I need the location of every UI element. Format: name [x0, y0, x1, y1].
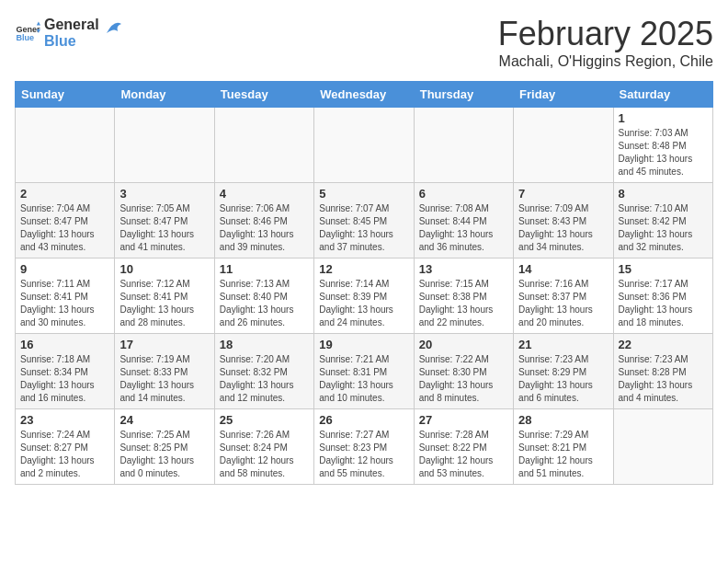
calendar-cell: 11Sunrise: 7:13 AM Sunset: 8:40 PM Dayli… — [214, 259, 313, 334]
day-number: 11 — [220, 262, 309, 276]
calendar-cell: 23Sunrise: 7:24 AM Sunset: 8:27 PM Dayli… — [16, 409, 115, 485]
day-number: 22 — [619, 338, 708, 351]
calendar-cell: 25Sunrise: 7:26 AM Sunset: 8:24 PM Dayli… — [214, 409, 313, 485]
logo-icon: General Blue — [15, 20, 40, 46]
day-info: Sunrise: 7:13 AM Sunset: 8:40 PM Dayligh… — [220, 278, 309, 329]
calendar-subtitle: Machali, O'Higgins Region, Chile — [498, 53, 713, 70]
day-number: 1 — [619, 111, 708, 125]
calendar-cell — [214, 108, 313, 183]
calendar-cell: 6Sunrise: 7:08 AM Sunset: 8:44 PM Daylig… — [414, 183, 513, 259]
day-info: Sunrise: 7:18 AM Sunset: 8:34 PM Dayligh… — [20, 353, 109, 405]
logo-bird-icon — [105, 15, 123, 42]
day-info: Sunrise: 7:27 AM Sunset: 8:23 PM Dayligh… — [319, 429, 408, 480]
calendar-cell — [514, 108, 613, 183]
day-number: 9 — [20, 262, 109, 276]
day-info: Sunrise: 7:20 AM Sunset: 8:32 PM Dayligh… — [220, 353, 309, 405]
day-info: Sunrise: 7:22 AM Sunset: 8:30 PM Dayligh… — [419, 353, 508, 405]
day-info: Sunrise: 7:25 AM Sunset: 8:25 PM Dayligh… — [119, 429, 209, 480]
calendar-cell: 7Sunrise: 7:09 AM Sunset: 8:43 PM Daylig… — [514, 183, 613, 259]
day-number: 16 — [20, 338, 109, 351]
calendar-cell: 20Sunrise: 7:22 AM Sunset: 8:30 PM Dayli… — [414, 334, 513, 409]
day-info: Sunrise: 7:06 AM Sunset: 8:46 PM Dayligh… — [220, 202, 309, 254]
calendar-cell: 24Sunrise: 7:25 AM Sunset: 8:25 PM Dayli… — [115, 409, 214, 485]
day-info: Sunrise: 7:12 AM Sunset: 8:41 PM Dayligh… — [119, 278, 209, 329]
calendar-cell: 17Sunrise: 7:19 AM Sunset: 8:33 PM Dayli… — [115, 334, 214, 409]
weekday-header-tuesday: Tuesday — [214, 82, 313, 108]
day-number: 24 — [119, 413, 209, 427]
calendar-table: SundayMondayTuesdayWednesdayThursdayFrid… — [15, 81, 713, 485]
weekday-header-friday: Friday — [514, 82, 613, 108]
day-info: Sunrise: 7:17 AM Sunset: 8:36 PM Dayligh… — [619, 278, 708, 329]
svg-text:General: General — [16, 25, 40, 34]
calendar-cell — [613, 409, 712, 485]
day-number: 7 — [518, 187, 608, 201]
day-number: 25 — [220, 413, 309, 427]
calendar-cell: 13Sunrise: 7:15 AM Sunset: 8:38 PM Dayli… — [414, 259, 513, 334]
calendar-cell: 5Sunrise: 7:07 AM Sunset: 8:45 PM Daylig… — [314, 183, 414, 259]
logo-blue: Blue — [44, 33, 76, 49]
day-info: Sunrise: 7:26 AM Sunset: 8:24 PM Dayligh… — [220, 429, 309, 480]
calendar-cell: 4Sunrise: 7:06 AM Sunset: 8:46 PM Daylig… — [214, 183, 313, 259]
calendar-cell: 10Sunrise: 7:12 AM Sunset: 8:41 PM Dayli… — [115, 259, 214, 334]
calendar-cell: 28Sunrise: 7:29 AM Sunset: 8:21 PM Dayli… — [514, 409, 613, 485]
day-number: 17 — [119, 338, 209, 351]
logo: General Blue General Blue — [15, 15, 123, 52]
calendar-cell: 2Sunrise: 7:04 AM Sunset: 8:47 PM Daylig… — [16, 183, 115, 259]
day-number: 6 — [419, 187, 508, 201]
day-number: 10 — [119, 262, 209, 276]
day-info: Sunrise: 7:09 AM Sunset: 8:43 PM Dayligh… — [518, 202, 608, 254]
calendar-cell — [414, 108, 513, 183]
calendar-cell: 14Sunrise: 7:16 AM Sunset: 8:37 PM Dayli… — [514, 259, 613, 334]
day-number: 26 — [319, 413, 408, 427]
day-number: 13 — [419, 262, 508, 276]
calendar-cell: 3Sunrise: 7:05 AM Sunset: 8:47 PM Daylig… — [115, 183, 214, 259]
day-number: 20 — [419, 338, 508, 351]
weekday-header-wednesday: Wednesday — [314, 82, 414, 108]
day-number: 21 — [518, 338, 608, 351]
weekday-header-thursday: Thursday — [414, 82, 513, 108]
day-number: 5 — [319, 187, 408, 201]
day-info: Sunrise: 7:14 AM Sunset: 8:39 PM Dayligh… — [319, 278, 408, 329]
week-row-3: 9Sunrise: 7:11 AM Sunset: 8:41 PM Daylig… — [16, 259, 713, 334]
day-info: Sunrise: 7:24 AM Sunset: 8:27 PM Dayligh… — [20, 429, 109, 480]
calendar-cell — [314, 108, 414, 183]
day-info: Sunrise: 7:28 AM Sunset: 8:22 PM Dayligh… — [419, 429, 508, 480]
calendar-cell: 26Sunrise: 7:27 AM Sunset: 8:23 PM Dayli… — [314, 409, 414, 485]
weekday-header-saturday: Saturday — [613, 82, 712, 108]
week-row-2: 2Sunrise: 7:04 AM Sunset: 8:47 PM Daylig… — [16, 183, 713, 259]
day-info: Sunrise: 7:05 AM Sunset: 8:47 PM Dayligh… — [119, 202, 209, 254]
calendar-cell: 16Sunrise: 7:18 AM Sunset: 8:34 PM Dayli… — [16, 334, 115, 409]
day-info: Sunrise: 7:08 AM Sunset: 8:44 PM Dayligh… — [419, 202, 508, 254]
calendar-cell — [115, 108, 214, 183]
calendar-title: February 2025 — [498, 15, 713, 53]
day-info: Sunrise: 7:21 AM Sunset: 8:31 PM Dayligh… — [319, 353, 408, 405]
day-number: 28 — [518, 413, 608, 427]
day-info: Sunrise: 7:04 AM Sunset: 8:47 PM Dayligh… — [20, 202, 109, 254]
day-number: 18 — [220, 338, 309, 351]
day-number: 3 — [119, 187, 209, 201]
calendar-cell: 1Sunrise: 7:03 AM Sunset: 8:48 PM Daylig… — [613, 108, 712, 183]
day-info: Sunrise: 7:23 AM Sunset: 8:28 PM Dayligh… — [619, 353, 708, 405]
calendar-cell: 8Sunrise: 7:10 AM Sunset: 8:42 PM Daylig… — [613, 183, 712, 259]
weekday-header-row: SundayMondayTuesdayWednesdayThursdayFrid… — [16, 82, 713, 108]
day-number: 8 — [619, 187, 708, 201]
week-row-1: 1Sunrise: 7:03 AM Sunset: 8:48 PM Daylig… — [16, 108, 713, 183]
calendar-cell — [16, 108, 115, 183]
day-number: 12 — [319, 262, 408, 276]
week-row-4: 16Sunrise: 7:18 AM Sunset: 8:34 PM Dayli… — [16, 334, 713, 409]
calendar-cell: 27Sunrise: 7:28 AM Sunset: 8:22 PM Dayli… — [414, 409, 513, 485]
day-info: Sunrise: 7:19 AM Sunset: 8:33 PM Dayligh… — [119, 353, 209, 405]
day-number: 15 — [619, 262, 708, 276]
page-header: General Blue General Blue February 2025 … — [15, 15, 713, 70]
day-info: Sunrise: 7:07 AM Sunset: 8:45 PM Dayligh… — [319, 202, 408, 254]
calendar-cell: 15Sunrise: 7:17 AM Sunset: 8:36 PM Dayli… — [613, 259, 712, 334]
day-info: Sunrise: 7:29 AM Sunset: 8:21 PM Dayligh… — [518, 429, 608, 480]
day-number: 23 — [20, 413, 109, 427]
calendar-cell: 19Sunrise: 7:21 AM Sunset: 8:31 PM Dayli… — [314, 334, 414, 409]
weekday-header-sunday: Sunday — [16, 82, 115, 108]
day-info: Sunrise: 7:23 AM Sunset: 8:29 PM Dayligh… — [518, 353, 608, 405]
logo-general: General — [44, 17, 99, 32]
day-number: 2 — [20, 187, 109, 201]
day-info: Sunrise: 7:16 AM Sunset: 8:37 PM Dayligh… — [518, 278, 608, 329]
title-block: February 2025 Machali, O'Higgins Region,… — [498, 15, 713, 70]
